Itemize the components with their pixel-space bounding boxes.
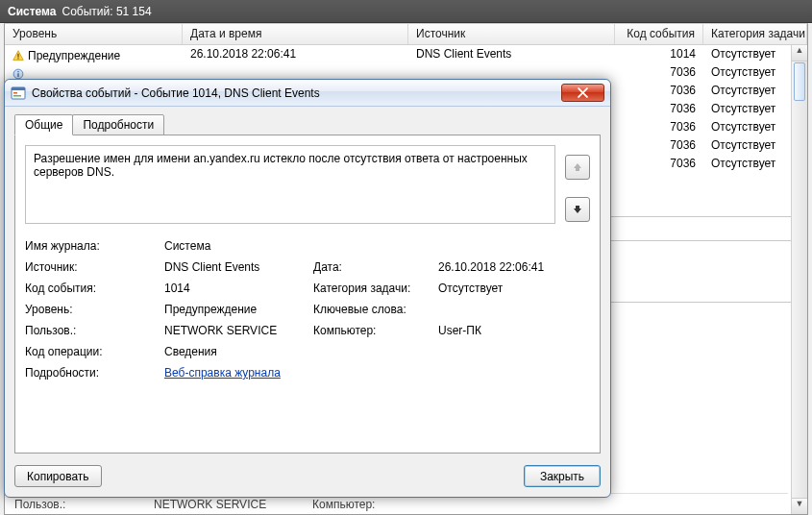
label-level: Уровень: (25, 303, 164, 316)
label-date: Дата: (313, 260, 438, 274)
arrow-down-icon (571, 203, 584, 216)
label-more: Подробности: (25, 366, 164, 380)
column-level[interactable]: Уровень (5, 24, 183, 44)
value-level: Предупреждение (164, 303, 313, 316)
table-row[interactable]: Предупреждение26.10.2018 22:06:41DNS Cli… (5, 45, 807, 63)
bg-preview-user-value: NETWORK SERVICE (154, 498, 312, 511)
vertical-scrollbar[interactable]: ▲ ▼ (791, 45, 807, 514)
arrow-up-icon (571, 160, 584, 174)
row-source: DNS Client Events (408, 45, 615, 63)
tab-panel-general: Разрешение имен для имени an.yandex.ru и… (14, 135, 601, 454)
help-link[interactable]: Веб-справка журнала (164, 366, 281, 380)
copy-button[interactable]: Копировать (14, 465, 102, 487)
tab-details[interactable]: Подробности (72, 114, 164, 135)
value-code: 1014 (164, 282, 313, 295)
value-computer: User-ПК (438, 324, 555, 337)
svg-rect-7 (13, 92, 17, 94)
event-list-columns: Уровень Дата и время Источник Код событи… (5, 24, 807, 45)
value-category: Отсутствует (438, 282, 555, 295)
svg-rect-1 (17, 58, 18, 59)
row-code: 7036 (615, 82, 703, 100)
row-code: 7036 (615, 136, 703, 155)
column-source[interactable]: Источник (408, 24, 615, 44)
dialog-title: Свойства событий - Событие 1014, DNS Cli… (32, 86, 561, 100)
next-event-button[interactable] (565, 197, 590, 222)
row-code: 7036 (615, 118, 703, 136)
row-code: 1014 (615, 45, 703, 63)
row-code: 7036 (615, 155, 703, 173)
value-user: NETWORK SERVICE (164, 324, 313, 337)
value-opcode: Сведения (164, 345, 555, 358)
event-description[interactable]: Разрешение имен для имени an.yandex.ru и… (25, 145, 555, 224)
tab-general[interactable]: Общие (14, 114, 73, 135)
previous-event-button[interactable] (565, 155, 590, 180)
column-code[interactable]: Код события (615, 24, 703, 44)
scroll-down-arrow-icon[interactable]: ▼ (792, 498, 807, 514)
bg-preview-user-label: Пользов.: (14, 498, 154, 511)
column-date[interactable]: Дата и время (183, 24, 408, 44)
background-header: Система Событий: 51 154 (0, 0, 812, 23)
bg-preview-computer-label: Компьютер: (312, 498, 452, 511)
scroll-thumb[interactable] (794, 62, 805, 101)
label-opcode: Код операции: (25, 345, 164, 358)
row-code: 7036 (615, 100, 703, 118)
dialog-close-button[interactable] (561, 84, 604, 102)
dialog-buttons: Копировать Закрыть (14, 465, 601, 487)
row-date: 26.10.2018 22:06:41 (183, 45, 408, 63)
scroll-up-arrow-icon[interactable]: ▲ (792, 45, 807, 61)
close-button[interactable]: Закрыть (524, 465, 601, 487)
row-code: 7036 (615, 63, 703, 82)
value-keywords (438, 303, 555, 316)
event-properties-dialog: Свойства событий - Событие 1014, DNS Cli… (4, 79, 611, 498)
label-category: Категория задачи: (313, 282, 438, 295)
label-computer: Компьютер: (313, 324, 438, 337)
label-user: Пользов.: (25, 324, 164, 337)
value-log: Система (164, 239, 555, 253)
tabs: Общие Подробности (14, 114, 601, 135)
label-source: Источник: (25, 260, 164, 274)
warning-icon (12, 50, 24, 61)
label-log: Имя журнала: (25, 239, 164, 253)
event-icon (11, 86, 26, 101)
row-level: Предупреждение (28, 49, 120, 62)
svg-rect-6 (12, 87, 25, 90)
close-icon (578, 87, 588, 98)
svg-rect-8 (13, 95, 21, 97)
column-category[interactable]: Категория задачи (703, 24, 807, 44)
info-icon (12, 68, 24, 80)
bg-header-title: Система (8, 5, 57, 18)
dialog-titlebar[interactable]: Свойства событий - Событие 1014, DNS Cli… (5, 80, 610, 107)
svg-rect-3 (17, 73, 18, 77)
svg-rect-0 (17, 53, 18, 57)
value-source: DNS Client Events (164, 260, 313, 274)
detail-grid: Имя журнала: Система Источник: DNS Clien… (25, 239, 555, 380)
label-code: Код события: (25, 282, 164, 295)
svg-rect-4 (17, 71, 18, 72)
label-keywords: Ключевые слова: (313, 303, 438, 316)
bg-header-count: Событий: 51 154 (62, 5, 152, 18)
value-date: 26.10.2018 22:06:41 (438, 260, 555, 274)
